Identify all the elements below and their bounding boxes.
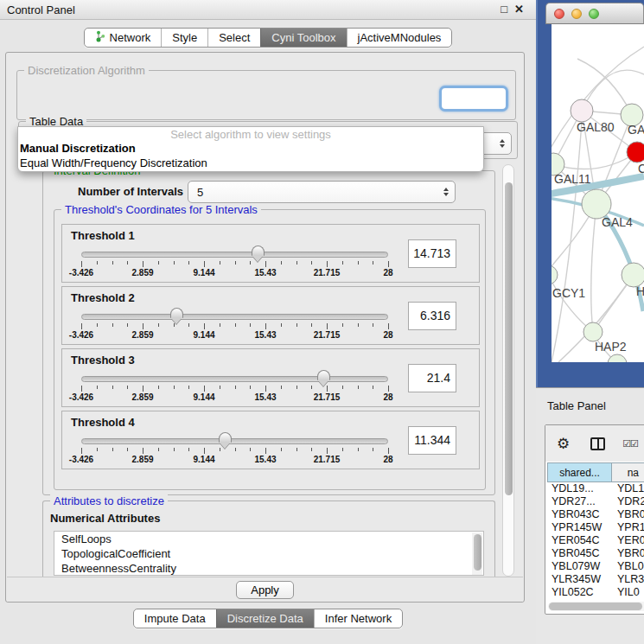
network-window-titlebar[interactable]	[545, 3, 644, 24]
attribute-item-topologicalcoefficient[interactable]: TopologicalCoefficient	[54, 546, 483, 561]
attributes-group-title: Attributes to discretize	[50, 494, 168, 507]
numerical-attributes-list[interactable]: SelfLoopsTopologicalCoefficientBetweenne…	[54, 531, 484, 576]
tab-style[interactable]: Style	[161, 29, 207, 47]
tab-label: Impute Data	[144, 612, 206, 625]
slider-tick	[265, 386, 266, 392]
table-row[interactable]: YIL052CYIL0	[547, 586, 644, 599]
threshold-slider-thumb[interactable]	[317, 370, 330, 380]
threshold-value-field[interactable]: 14.713	[408, 239, 456, 268]
network-edge[interactable]	[591, 204, 596, 332]
table-horizontal-scrollbar-thumb[interactable]	[549, 603, 642, 610]
threshold-slider-track[interactable]	[81, 438, 388, 444]
tab-label: Style	[172, 31, 197, 44]
table-row[interactable]: YBR045CYBR0	[547, 547, 644, 560]
threshold-slider-thumb[interactable]	[170, 308, 183, 318]
tab-label: Discretize Data	[227, 612, 303, 625]
threshold-slider-track[interactable]	[81, 314, 388, 320]
slider-tick	[327, 261, 328, 267]
slider-tick	[143, 323, 143, 329]
tab-select[interactable]: Select	[207, 29, 260, 47]
slider-tick	[112, 448, 113, 451]
slider-tick	[342, 386, 343, 389]
slider-tick	[388, 323, 389, 329]
threshold-value-field[interactable]: 21.4	[408, 364, 456, 392]
tab-impute-data[interactable]: Impute Data	[134, 609, 216, 628]
network-node-gal4[interactable]	[582, 189, 611, 219]
network-canvas[interactable]: GAL80GACGAL11GAL4GCY1HHAP2	[552, 24, 644, 362]
panel-scrollbar[interactable]	[502, 164, 514, 577]
tab-jactivemnodules[interactable]: jActiveMNodules	[347, 29, 452, 47]
panel-scrollbar-thumb[interactable]	[505, 182, 513, 495]
algorithm-popup-options: Manual DiscretizationEqual Width/Frequen…	[18, 141, 483, 170]
minimize-window-icon[interactable]	[571, 9, 582, 19]
network-edge[interactable]	[552, 47, 644, 154]
control-panel-titlebar: Control Panel □ ✕	[0, 0, 536, 20]
algorithm-option-manual-discretization[interactable]: Manual Discretization	[18, 141, 483, 156]
column-header-shared-name[interactable]: shared...	[547, 462, 612, 482]
threshold-value-field[interactable]: 11.344	[408, 426, 456, 455]
cell-shared-name: YDL19...	[547, 482, 612, 495]
table-row[interactable]: YBR043CYBR0	[547, 508, 644, 521]
slider-tick	[235, 261, 236, 265]
threshold-slider-track[interactable]	[81, 252, 388, 258]
slider-tick	[342, 323, 343, 327]
top-tab-bar: NetworkStyleSelectCyni ToolboxjActiveMNo…	[0, 28, 536, 48]
attribute-item-selfloops[interactable]: SelfLoops	[54, 532, 483, 546]
threshold-value-field[interactable]: 6.316	[408, 302, 456, 330]
network-node[interactable]	[608, 354, 627, 362]
cell-shared-name: YLR345W	[547, 573, 612, 586]
tab-infer-network[interactable]: Infer Network	[314, 609, 402, 628]
slider-tick-label: 21.715	[314, 330, 341, 340]
slider-tick	[373, 386, 373, 389]
network-node-hap2[interactable]	[583, 322, 603, 341]
split-view-icon[interactable]	[590, 437, 605, 450]
slider-tick	[127, 386, 128, 389]
table-row[interactable]: YDL19...YDL1	[547, 482, 644, 495]
bottom-tab-bar: Impute DataDiscretize DataInfer Network	[0, 609, 536, 628]
algorithm-select[interactable]	[439, 86, 508, 112]
table-horizontal-scrollbar[interactable]	[548, 602, 644, 611]
slider-tick	[373, 261, 373, 265]
stepper-arrows-icon	[443, 188, 449, 196]
slider-tick	[158, 386, 159, 389]
algorithm-option-equal-width-frequency-discretization[interactable]: Equal Width/Frequency Discretization	[18, 156, 483, 170]
zoom-window-icon[interactable]	[589, 9, 599, 19]
slider-tick	[265, 323, 266, 329]
network-node-c[interactable]	[627, 142, 644, 163]
tab-network[interactable]: Network	[85, 29, 162, 47]
table-row[interactable]: YPR145WYPR1	[547, 521, 644, 534]
slider-tick	[81, 323, 82, 329]
tab-discretize-data[interactable]: Discretize Data	[216, 609, 314, 628]
network-edge[interactable]	[552, 275, 593, 332]
threshold-slider-thumb[interactable]	[252, 245, 265, 256]
close-window-icon[interactable]	[554, 9, 564, 19]
app-root: { "control_panel": { "title": "Control P…	[0, 0, 644, 644]
float-window-icon[interactable]: □	[501, 3, 507, 16]
threshold-slider-thumb[interactable]	[219, 432, 232, 443]
apply-button[interactable]: Apply	[236, 581, 294, 599]
threshold-label: Threshold 3	[71, 354, 135, 367]
network-edge[interactable]	[553, 152, 637, 169]
attributes-scrollbar-thumb[interactable]	[474, 534, 481, 571]
table-row[interactable]: YER054CYER0	[547, 534, 644, 547]
threshold-slider-track[interactable]	[81, 376, 388, 382]
network-node-gcy1[interactable]	[552, 265, 558, 284]
number-of-intervals-select[interactable]: 5	[188, 181, 456, 203]
table-row[interactable]: YLR345WYLR3	[547, 573, 644, 586]
close-panel-icon[interactable]: ✕	[514, 3, 524, 16]
tab-cyni-toolbox[interactable]: Cyni Toolbox	[260, 29, 346, 47]
cell-name: YBR0	[612, 508, 644, 521]
network-node-gal80[interactable]	[571, 99, 593, 122]
gear-icon[interactable]: ⚙	[557, 435, 570, 453]
attributes-scrollbar[interactable]	[472, 532, 482, 576]
network-node-h[interactable]	[622, 263, 644, 287]
table-row[interactable]: YDR27...YDR2	[547, 495, 644, 508]
attribute-item-betweennesscentrality[interactable]: BetweennessCentrality	[54, 561, 483, 576]
table-row[interactable]: YBL079WYBL0	[547, 560, 644, 573]
select-columns-icon[interactable]: ☑☑	[622, 438, 638, 450]
slider-tick-label: 9.144	[193, 330, 214, 340]
slider-tick	[311, 448, 312, 451]
column-header-name[interactable]: na	[612, 462, 644, 482]
slider-tick-label: 9.144	[193, 268, 214, 277]
slider-tick	[235, 323, 236, 327]
